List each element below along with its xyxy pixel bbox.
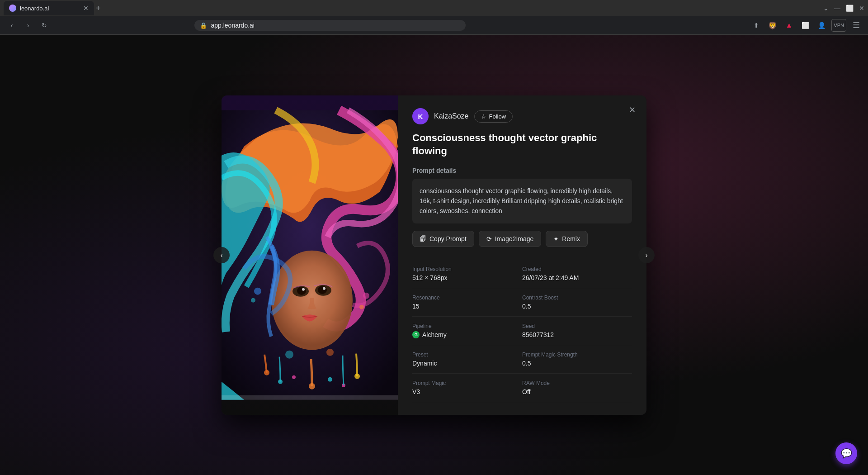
- created-label: Created: [522, 266, 632, 272]
- forward-button[interactable]: ›: [22, 19, 34, 32]
- resonance-value: 15: [412, 303, 522, 310]
- copy-prompt-button[interactable]: 🗐 Copy Prompt: [412, 231, 474, 247]
- image2image-icon: ⟳: [486, 235, 492, 242]
- svg-point-17: [363, 293, 369, 299]
- star-icon: ☆: [481, 113, 486, 120]
- seed-value: 856077312: [522, 331, 632, 338]
- tab-list-icon[interactable]: ⌄: [823, 5, 829, 12]
- remix-button[interactable]: ✦ Remix: [546, 231, 588, 247]
- svg-point-16: [251, 298, 255, 303]
- address-actions: ⬆ 🦁 ▲ ⬜ 👤 VPN ☰: [750, 19, 863, 32]
- close-icon: ✕: [629, 105, 636, 115]
- info-panel: K KaizaSoze ☆ Follow Consciousness thoug…: [398, 95, 646, 414]
- share-icon[interactable]: ⬆: [750, 19, 763, 32]
- vpn-badge[interactable]: VPN: [831, 19, 846, 32]
- svg-point-12: [328, 377, 332, 382]
- contrast-boost-label: Contrast Boost: [522, 294, 632, 301]
- username: KaizaSoze: [434, 112, 469, 120]
- follow-button[interactable]: ☆ Follow: [474, 110, 513, 123]
- new-tab-button[interactable]: +: [96, 4, 101, 13]
- chat-fab-button[interactable]: 💬: [835, 442, 857, 464]
- image-detail-modal: ‹: [222, 95, 646, 414]
- svg-point-10: [292, 375, 296, 379]
- prompt-magic-label: Prompt Magic: [412, 380, 522, 386]
- detail-pipeline: Pipeline ⚗ Alchemy: [412, 317, 522, 345]
- back-button[interactable]: ‹: [5, 19, 18, 32]
- artwork-svg: [222, 95, 398, 414]
- created-value: 26/07/23 at 2:49 AM: [522, 274, 632, 281]
- details-grid: Input Resolution 512 × 768px Created 26/…: [412, 260, 632, 402]
- tab-bar: leonardo.ai ✕ + ⌄ — ⬜ ✕: [0, 0, 868, 16]
- extensions-icon[interactable]: ⬜: [799, 19, 811, 32]
- svg-point-6: [302, 288, 305, 291]
- tab-title: leonardo.ai: [20, 5, 49, 12]
- pipeline-label: Pipeline: [412, 323, 522, 329]
- browser-chrome: leonardo.ai ✕ + ⌄ — ⬜ ✕ ‹ › ↻ 🔒 app.leon…: [0, 0, 868, 35]
- detail-input-resolution: Input Resolution 512 × 768px: [412, 260, 522, 288]
- artwork-image: [222, 95, 398, 414]
- remix-icon: ✦: [553, 235, 559, 242]
- tab-close-button[interactable]: ✕: [83, 5, 89, 12]
- svg-point-20: [326, 349, 334, 356]
- copy-icon: 🗐: [420, 235, 426, 242]
- detail-seed: Seed 856077312: [522, 317, 632, 345]
- resonance-label: Resonance: [412, 294, 522, 301]
- remix-label: Remix: [562, 235, 580, 242]
- action-buttons: 🗐 Copy Prompt ⟳ Image2Image ✦ Remix: [412, 231, 632, 247]
- image2image-button[interactable]: ⟳ Image2Image: [479, 231, 542, 247]
- raw-mode-value: Off: [522, 388, 632, 395]
- window-close-button[interactable]: ✕: [859, 5, 864, 12]
- svg-point-15: [254, 288, 261, 295]
- reload-button[interactable]: ↻: [38, 19, 51, 32]
- brave-rewards-icon[interactable]: ▲: [783, 19, 795, 32]
- image-panel: [222, 95, 398, 414]
- detail-created: Created 26/07/23 at 2:49 AM: [522, 260, 632, 288]
- prompt-text: consciousness thought vector graphic flo…: [420, 187, 623, 215]
- svg-point-4: [297, 287, 306, 295]
- input-resolution-label: Input Resolution: [412, 266, 522, 272]
- svg-point-19: [285, 351, 293, 359]
- pipeline-value: ⚗ Alchemy: [412, 331, 522, 338]
- address-bar: ‹ › ↻ 🔒 app.leonardo.ai ⬆ 🦁 ▲ ⬜ 👤 VPN ☰: [0, 16, 868, 34]
- detail-prompt-magic: Prompt Magic V3: [412, 374, 522, 402]
- svg-rect-21: [222, 395, 398, 400]
- detail-prompt-magic-strength: Prompt Magic Strength 0.5: [522, 345, 632, 374]
- browser-menu-button[interactable]: ☰: [850, 20, 863, 30]
- url-box[interactable]: 🔒 app.leonardo.ai: [194, 20, 466, 31]
- active-tab[interactable]: leonardo.ai ✕: [4, 1, 94, 15]
- left-arrow-icon: ‹: [221, 252, 223, 259]
- input-resolution-value: 512 × 768px: [412, 274, 522, 281]
- prompt-magic-value: V3: [412, 388, 522, 395]
- preset-value: Dynamic: [412, 360, 522, 367]
- minimize-button[interactable]: —: [834, 5, 840, 12]
- profile-icon[interactable]: 👤: [815, 19, 828, 32]
- image2image-label: Image2Image: [495, 235, 534, 242]
- follow-label: Follow: [489, 113, 506, 120]
- next-image-button[interactable]: ›: [638, 247, 655, 263]
- image-title: Consciousness thought vector graphic flo…: [412, 132, 632, 157]
- lock-icon: 🔒: [200, 22, 207, 29]
- user-avatar: K: [412, 108, 429, 124]
- restore-button[interactable]: ⬜: [846, 5, 854, 12]
- svg-point-7: [323, 287, 326, 290]
- prompt-magic-strength-label: Prompt Magic Strength: [522, 352, 632, 358]
- seed-label: Seed: [522, 323, 632, 329]
- brave-shield-icon[interactable]: 🦁: [766, 19, 779, 32]
- preset-label: Preset: [412, 352, 522, 358]
- prev-image-button[interactable]: ‹: [213, 247, 230, 263]
- user-header: K KaizaSoze ☆ Follow: [412, 108, 632, 124]
- prompt-text-box: consciousness thought vector graphic flo…: [412, 179, 632, 223]
- prompt-magic-strength-value: 0.5: [522, 360, 632, 367]
- detail-resonance: Resonance 15: [412, 288, 522, 317]
- raw-mode-label: RAW Mode: [522, 380, 632, 386]
- tab-favicon: [9, 5, 16, 12]
- right-arrow-icon: ›: [646, 252, 648, 259]
- detail-contrast-boost: Contrast Boost 0.5: [522, 288, 632, 317]
- tab-controls-right: ⌄ — ⬜ ✕: [823, 5, 864, 12]
- url-text: app.leonardo.ai: [211, 22, 255, 29]
- page-content: ‹: [0, 35, 868, 475]
- copy-prompt-label: Copy Prompt: [429, 235, 467, 242]
- detail-preset: Preset Dynamic: [412, 345, 522, 374]
- chat-icon: 💬: [841, 448, 852, 459]
- svg-point-5: [318, 286, 327, 294]
